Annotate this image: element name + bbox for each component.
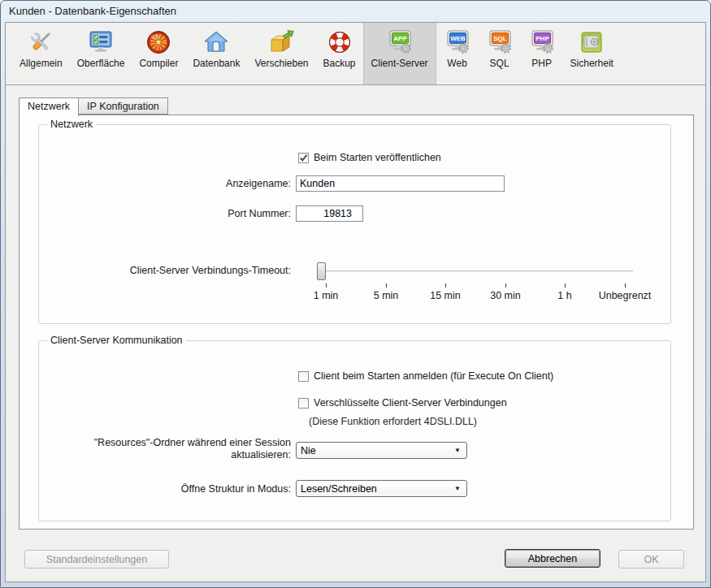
svg-text:APP: APP bbox=[393, 35, 407, 42]
interface-monitor-icon bbox=[87, 29, 115, 55]
resources-update-label-line1: "Resources"-Ordner während einer Session bbox=[94, 437, 291, 449]
cancel-button[interactable]: Abbrechen bbox=[505, 549, 600, 568]
dropdown-value: Nie bbox=[301, 445, 316, 456]
tab-label: Netzwerk bbox=[28, 101, 70, 112]
toolbar-label: Client-Server bbox=[371, 58, 428, 69]
checkmark-icon bbox=[299, 153, 308, 162]
toolbar-label: Web bbox=[447, 58, 466, 69]
backup-lifesaver-icon bbox=[326, 29, 353, 55]
checkbox-label: Verschlüsselte Client-Server Verbindunge… bbox=[314, 397, 507, 409]
slider-tick bbox=[505, 283, 506, 288]
resources-update-label: "Resources"-Ordner während einer Session… bbox=[94, 437, 291, 461]
client-server-app-monitor-icon: APP bbox=[386, 29, 414, 55]
encrypted-connections-checkbox-row: Verschlüsselte Client-Server Verbindunge… bbox=[298, 397, 507, 409]
svg-text:WEB: WEB bbox=[450, 35, 466, 42]
web-monitor-icon: WEB bbox=[444, 29, 471, 55]
dropdown-value: Lesen/Schreiben bbox=[301, 483, 377, 495]
tab-ip-konfiguration[interactable]: IP Konfiguration bbox=[78, 97, 168, 115]
toolbar-item-datenbank[interactable]: Datenbank bbox=[185, 23, 247, 84]
ok-button[interactable]: OK bbox=[618, 550, 684, 569]
netzwerk-tab-panel: Netzwerk Beim Starten veröffentlichen An… bbox=[19, 115, 694, 530]
window-title: Kunden - Datenbank-Eigenschaften bbox=[9, 5, 176, 17]
register-on-startup-checkbox[interactable] bbox=[298, 371, 309, 382]
toolbar-item-sql[interactable]: SQL SQL bbox=[479, 23, 521, 84]
svg-text:PHP: PHP bbox=[535, 35, 549, 42]
slider-tick bbox=[445, 283, 446, 288]
slider-tick-label: Unbegrenzt bbox=[599, 290, 652, 301]
svg-text:SQL: SQL bbox=[493, 35, 507, 42]
slider-tick-label: 1 min bbox=[314, 290, 339, 301]
resources-update-label-line2: aktualisieren: bbox=[94, 449, 291, 461]
toolbar-item-backup[interactable]: Backup bbox=[316, 23, 363, 84]
move-box-icon bbox=[267, 29, 295, 55]
titlebar[interactable]: Kunden - Datenbank-Eigenschaften bbox=[1, 1, 710, 22]
toolbar-label: SQL bbox=[490, 58, 509, 69]
display-name-input[interactable] bbox=[296, 175, 505, 192]
chevron-down-icon: ▼ bbox=[454, 447, 461, 454]
toolbar-label: Sicherheit bbox=[570, 58, 613, 69]
toolbar-item-sicherheit[interactable]: Sicherheit bbox=[563, 23, 621, 84]
settings-toolbar: Allgemein bbox=[6, 23, 705, 85]
defaults-button[interactable]: Standardeinstellungen bbox=[24, 550, 169, 569]
groupbox-title: Client-Server Kommunikation bbox=[47, 335, 186, 346]
toolbar-item-client-server[interactable]: APP Client-Server bbox=[363, 23, 436, 84]
toolbar-label: PHP bbox=[531, 58, 552, 69]
publish-on-startup-checkbox-row: Beim Starten veröffentlichen bbox=[298, 152, 441, 163]
timeout-slider-track[interactable] bbox=[320, 270, 633, 272]
toolbar-label: Oberfläche bbox=[77, 58, 125, 69]
slider-tick bbox=[625, 283, 626, 288]
toolbar-label: Compiler bbox=[139, 58, 178, 69]
slider-tick-label: 30 min bbox=[490, 290, 521, 301]
toolbar-item-php[interactable]: PHP PHP bbox=[521, 23, 563, 84]
port-number-input[interactable] bbox=[296, 205, 363, 222]
slider-tick-label: 5 min bbox=[374, 290, 399, 301]
register-on-startup-checkbox-row: Client beim Starten anmelden (für Execut… bbox=[298, 370, 553, 382]
display-name-label: Anzeigename: bbox=[226, 178, 291, 190]
toolbar-item-compiler[interactable]: Compiler bbox=[132, 23, 185, 84]
dialog-window: Kunden - Datenbank-Eigenschaften bbox=[0, 0, 711, 588]
php-monitor-icon: PHP bbox=[528, 29, 556, 55]
slider-tick-label: 15 min bbox=[430, 290, 461, 301]
toolbar-label: Backup bbox=[323, 58, 356, 69]
compiler-wheel-icon bbox=[145, 29, 172, 55]
toolbar-item-oberflaeche[interactable]: Oberfläche bbox=[70, 23, 132, 84]
slider-tick-label: 1 h bbox=[557, 290, 571, 301]
tab-netzwerk[interactable]: Netzwerk bbox=[19, 97, 79, 116]
toolbar-item-verschieben[interactable]: Verschieben bbox=[247, 23, 315, 84]
groupbox-title: Netzwerk bbox=[47, 119, 96, 130]
timeout-label: Client-Server Verbindungs-Timeout: bbox=[130, 265, 291, 277]
toolbar-item-web[interactable]: WEB Web bbox=[436, 23, 479, 84]
dialog-client-area: Allgemein bbox=[5, 22, 706, 582]
toolbar-label: Verschieben bbox=[254, 58, 308, 69]
slider-tick bbox=[326, 283, 327, 288]
toolbar-item-allgemein[interactable]: Allgemein bbox=[12, 23, 70, 84]
port-number-label: Port Nummer: bbox=[228, 208, 291, 220]
security-safe-icon bbox=[578, 29, 605, 55]
sql-monitor-icon: SQL bbox=[486, 29, 514, 55]
encrypted-connections-checkbox[interactable] bbox=[298, 398, 309, 409]
tab-strip: Netzwerk IP Konfiguration bbox=[19, 97, 167, 116]
encryption-note: (Diese Funktion erfordert 4DSLI.DLL) bbox=[309, 416, 477, 427]
slider-tick bbox=[565, 283, 566, 288]
timeout-slider-thumb[interactable] bbox=[317, 262, 326, 280]
resources-update-dropdown[interactable]: Nie ▼ bbox=[296, 442, 467, 459]
slider-tick bbox=[386, 283, 387, 288]
toolbar-label: Datenbank bbox=[193, 58, 240, 69]
toolbar-label: Allgemein bbox=[20, 58, 63, 69]
open-structure-mode-dropdown[interactable]: Lesen/Schreiben ▼ bbox=[296, 480, 467, 497]
checkbox-label: Beim Starten veröffentlichen bbox=[314, 152, 441, 163]
chevron-down-icon: ▼ bbox=[454, 486, 461, 492]
open-structure-mode-label: Öffne Struktur in Modus: bbox=[181, 483, 291, 495]
tab-label: IP Konfiguration bbox=[87, 101, 159, 112]
checkbox-label: Client beim Starten anmelden (für Execut… bbox=[314, 370, 553, 382]
publish-on-startup-checkbox[interactable] bbox=[298, 153, 309, 163]
tools-icon bbox=[27, 29, 54, 55]
database-house-icon bbox=[202, 29, 230, 55]
